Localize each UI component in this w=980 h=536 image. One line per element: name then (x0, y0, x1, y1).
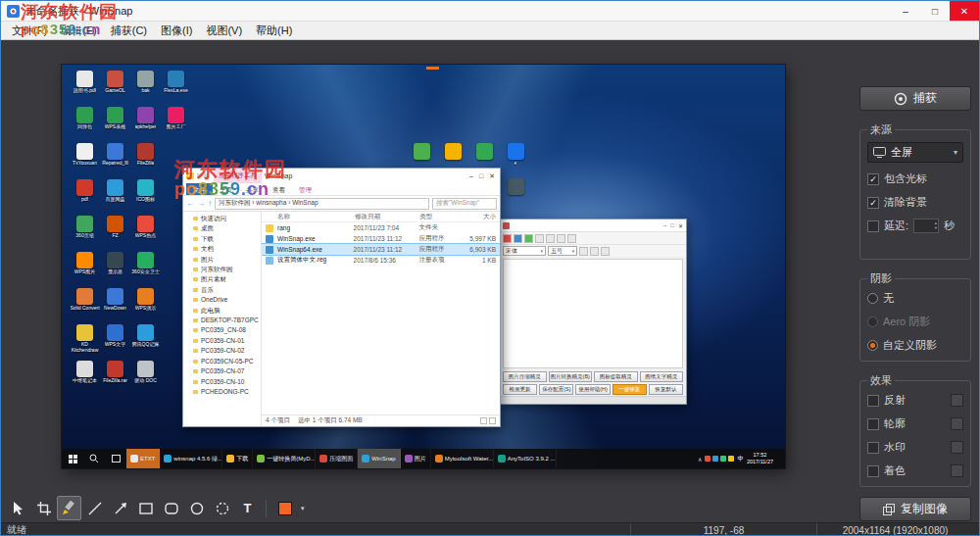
spinner-down-icon[interactable]: ▾ (935, 226, 937, 231)
menu-item[interactable]: 视图(V) (199, 22, 249, 40)
editor-button[interactable]: 使用帮助(H) (575, 384, 610, 395)
marker-tool[interactable] (57, 496, 81, 520)
nav-item[interactable]: PC0359_CN-08 (183, 325, 261, 335)
editor-button[interactable]: 图片转换精灵(B) (549, 371, 593, 382)
copy-image-button[interactable]: 复制图像 (859, 497, 971, 521)
desktop-icon[interactable]: WPS表格 (100, 107, 130, 143)
editor-button[interactable]: 保存配置(S) (539, 384, 573, 395)
editor-close-button[interactable]: ✕ (678, 222, 683, 229)
delay-option[interactable]: 延迟: ▴▾ 秒 (867, 219, 963, 233)
up-icon[interactable]: ↑ (208, 200, 212, 208)
rectangle-tool[interactable] (133, 496, 158, 520)
color-swatch[interactable] (272, 496, 297, 520)
file-row[interactable]: rang 2017/11/23 7:04 文件夹 (262, 222, 500, 233)
shadow-option-none[interactable]: 无 (867, 291, 963, 306)
menu-item[interactable]: 编辑(E) (54, 22, 104, 40)
ribbon-tab[interactable]: 共享 (239, 183, 266, 195)
taskbar-item[interactable]: 图片 (401, 449, 431, 468)
checkbox-checked[interactable]: ✓ (867, 173, 879, 185)
desktop-icon[interactable]: pdf (70, 179, 100, 216)
menu-item[interactable]: 文件(F) (5, 22, 54, 40)
nav-item[interactable]: PC0359-CN-02 (183, 346, 261, 356)
close-button[interactable]: ✕ (950, 1, 979, 21)
select-tool[interactable] (6, 496, 30, 520)
effect-settings-button[interactable] (951, 417, 963, 430)
file-row[interactable]: WinSnap.exe 2017/11/23 11:12 应用程序 5,997 … (262, 233, 500, 244)
nav-item[interactable]: 下载 (183, 234, 261, 244)
desktop-icon[interactable]: FileZilla.rar (100, 361, 130, 397)
editor-button[interactable]: 恢复默认 (649, 384, 683, 395)
editor-tool-icon[interactable] (524, 234, 533, 243)
editor-button[interactable]: 图片压缩精灵 (503, 371, 547, 382)
forward-icon[interactable]: → (197, 200, 205, 208)
quick-access-toolbar[interactable] (197, 172, 211, 179)
editor-tool-icon[interactable] (557, 234, 565, 243)
effect-option[interactable]: 反射 (867, 393, 963, 408)
nav-item[interactable]: 快速访问 (183, 214, 261, 223)
explorer-window[interactable]: 应用程序工具 WinSnap – □ ✕ 文件主页共享查看管理 ← → ↑ 河东… (182, 168, 501, 427)
desktop-icon[interactable]: 360安全卫士 (130, 252, 161, 288)
nav-item[interactable]: PC0359-CN-07 (183, 366, 261, 376)
taskbar-item[interactable]: 压缩图面 (316, 449, 358, 468)
desktop-icon[interactable]: FileZilla (130, 143, 161, 179)
desktop-icon[interactable]: FlexLa.exe (161, 71, 191, 107)
view-toggle-icons[interactable] (480, 417, 496, 424)
desktop-icon[interactable]: Solid Convert (70, 288, 100, 324)
nav-item[interactable]: 文档 (183, 244, 261, 254)
capture-source-dropdown[interactable]: 全屏 ▾ (867, 142, 963, 163)
desktop-icon[interactable]: 360压缩 (70, 216, 100, 252)
tray-icon[interactable] (728, 456, 734, 462)
effect-option[interactable]: 水印 (867, 440, 963, 455)
desktop-icon[interactable] (501, 178, 530, 212)
effect-settings-button[interactable] (951, 464, 963, 477)
shadow-option-aero[interactable]: Aero 阴影 (867, 315, 963, 329)
rounded-rectangle-tool[interactable] (159, 496, 183, 520)
nav-item[interactable]: 图片素材 (183, 274, 261, 284)
nav-item[interactable]: PC0359CN-05-PC (183, 357, 261, 366)
menu-item[interactable]: 图像(I) (154, 22, 199, 40)
editor-tool-icon[interactable] (514, 234, 522, 243)
column-header[interactable]: 名称 (262, 213, 355, 221)
effect-settings-button[interactable] (951, 441, 963, 454)
desktop-icon[interactable]: 腾讯QQ记账 (130, 324, 161, 361)
nav-item[interactable]: PC0359-CN-01 (183, 336, 261, 346)
nav-item[interactable]: 此电脑 (183, 306, 261, 316)
minimize-button[interactable]: – (891, 1, 920, 21)
desktop-icon[interactable]: WPS图片 (70, 252, 100, 288)
editor-tool-icon[interactable] (601, 247, 610, 256)
tray-icon[interactable] (712, 456, 718, 462)
ribbon-tab[interactable]: 管理 (292, 183, 318, 195)
tray-icon[interactable] (720, 456, 726, 462)
desktop-icon[interactable]: WPS文字 (100, 324, 130, 361)
explorer-minimize-button[interactable]: – (469, 172, 473, 180)
desktop-icon[interactable]: 中维笔记本 (70, 361, 100, 397)
nav-item[interactable]: 桌面 (183, 223, 261, 233)
nav-item[interactable]: 图片 (183, 255, 261, 265)
editor-tool-icon[interactable] (535, 234, 544, 243)
desktop-icon[interactable]: WPS热点 (130, 216, 161, 252)
input-language-indicator[interactable]: 中 (737, 455, 744, 463)
editor-minimize-button[interactable]: – (663, 222, 666, 229)
ribbon-tab[interactable]: 文件 (186, 183, 213, 195)
ribbon-tab[interactable]: 查看 (266, 183, 292, 195)
effect-option[interactable]: 轮廓 (867, 416, 963, 431)
crop-tool[interactable] (31, 496, 56, 520)
explorer-maximize-button[interactable]: □ (479, 172, 483, 180)
shadow-option-custom[interactable]: 自定义阴影 (867, 338, 963, 353)
tray-icon[interactable] (705, 456, 710, 462)
file-row[interactable]: WinSnap64.exe 2017/11/23 11:12 应用程序 6,90… (262, 244, 500, 255)
editor-canvas[interactable] (503, 259, 683, 368)
taskbar-item[interactable]: WinSnap (358, 449, 400, 468)
taskbar-item[interactable]: Mytoolsoft Water... (431, 449, 494, 468)
desktop-icon[interactable]: GameOL (100, 71, 130, 107)
desktop-icon[interactable]: apkhelper (130, 107, 161, 143)
file-row[interactable]: 设置简体中文.reg 2017/8/6 15:36 注册表项 1 KB (262, 255, 500, 266)
desktop-icon[interactable]: Repaired_fil (100, 143, 130, 179)
desktop-icon[interactable]: KD Kitchendraw (70, 324, 100, 361)
checkbox-unchecked[interactable] (867, 418, 879, 430)
color-caret-icon[interactable]: ▾ (298, 505, 308, 512)
capture-button[interactable]: 捕获 (859, 86, 971, 111)
back-icon[interactable]: ← (186, 200, 194, 208)
text-tool[interactable]: T (235, 496, 260, 520)
start-button[interactable] (62, 449, 83, 468)
